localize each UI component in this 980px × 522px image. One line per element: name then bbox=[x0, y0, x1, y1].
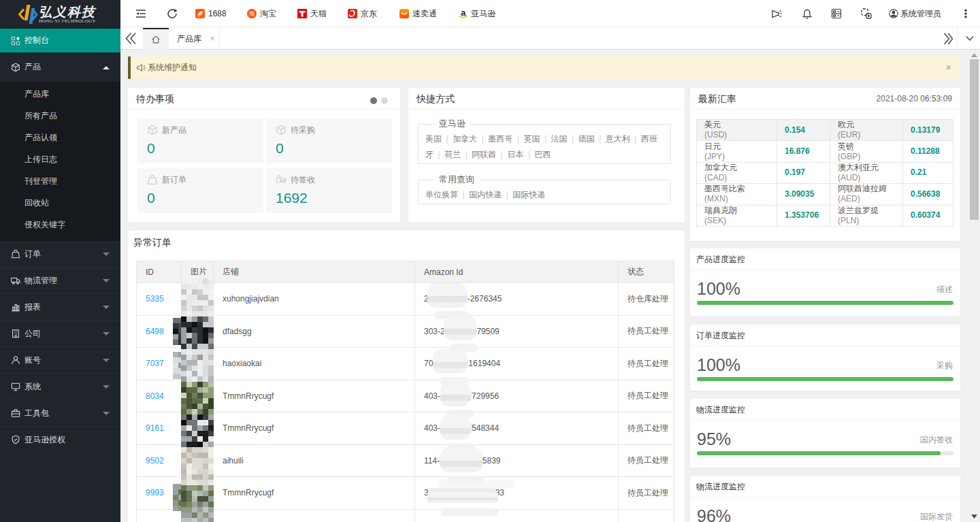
svg-text:淘: 淘 bbox=[248, 10, 255, 17]
